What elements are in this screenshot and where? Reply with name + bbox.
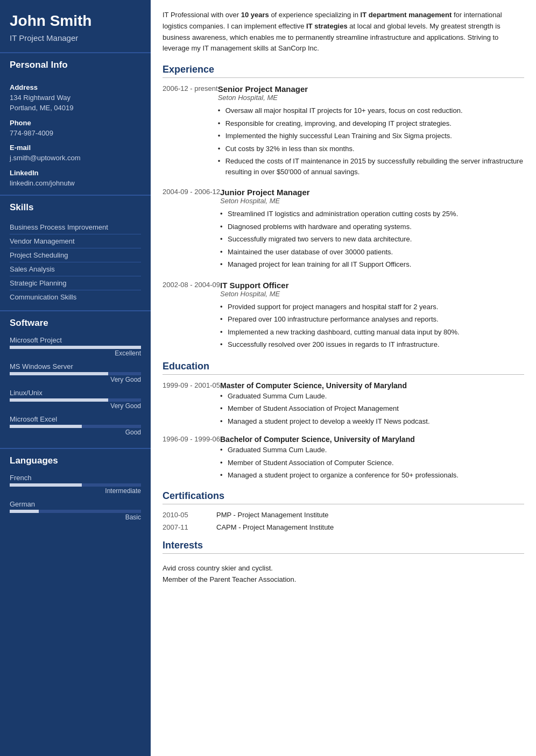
- language-item: French Intermediate: [10, 474, 141, 495]
- skill-item: Vendor Management: [10, 234, 141, 248]
- certifications-section: Certifications 2010-05 PMP - Project Man…: [163, 490, 524, 531]
- exp-bullet: Responsible for creating, improving, and…: [218, 117, 524, 130]
- edu-content: Bachelor of Computer Science, University…: [220, 435, 524, 482]
- interest-item: Avid cross country skier and cyclist.: [163, 562, 524, 574]
- edu-bullet: Managed a student project to organize a …: [220, 469, 524, 482]
- exp-company: Seton Hospital, ME: [220, 290, 524, 298]
- exp-role: Senior Project Manager: [218, 84, 524, 94]
- address-line2: Portland, ME, 04019: [10, 103, 141, 113]
- exp-bullets: Streamlined IT logistics and administrat…: [220, 208, 524, 271]
- language-level: Intermediate: [10, 487, 141, 495]
- interest-item: Member of the Parent Teacher Association…: [163, 574, 524, 585]
- exp-bullet: Successfully resolved over 200 issues in…: [220, 338, 524, 351]
- personal-info-content: Address 134 Rightward Way Portland, ME, …: [0, 75, 151, 195]
- exp-date: 2006-12 - present: [163, 84, 218, 178]
- software-heading: Software: [0, 311, 151, 333]
- education-item: 1996-09 - 1999-06 Bachelor of Computer S…: [163, 435, 524, 482]
- phone-label: Phone: [10, 119, 141, 127]
- skill-item: Sales Analysis: [10, 262, 141, 276]
- software-bar: [10, 425, 141, 428]
- skill-item: Communication Skills: [10, 290, 141, 304]
- edu-bullet: Managed a student project to develop a w…: [220, 415, 524, 428]
- software-bar: [10, 346, 141, 349]
- experience-item: 2006-12 - present Senior Project Manager…: [163, 84, 524, 178]
- software-bar: [10, 372, 141, 375]
- exp-content: Junior Project Manager Seton Hospital, M…: [220, 188, 524, 271]
- software-item: MS Windows Server Very Good: [10, 362, 141, 383]
- edu-date: 1999-09 - 2001-05: [163, 381, 220, 428]
- edu-degree: Master of Computer Science, University o…: [220, 381, 524, 390]
- cert-date: 2010-05: [163, 511, 216, 519]
- language-name: German: [10, 500, 141, 508]
- software-item: Microsoft Excel Good: [10, 415, 141, 436]
- exp-bullets: Oversaw all major hospital IT projects f…: [218, 104, 524, 178]
- language-bar: [10, 483, 141, 487]
- language-level: Basic: [10, 513, 141, 521]
- software-bar: [10, 398, 141, 402]
- language-item: German Basic: [10, 500, 141, 521]
- software-name: Linux/Unix: [10, 389, 141, 397]
- interests-list: Avid cross country skier and cyclist.Mem…: [163, 560, 524, 587]
- exp-bullet: Implemented a new tracking dashboard, cu…: [220, 326, 524, 339]
- exp-company: Seton Hospital, ME: [218, 94, 524, 102]
- languages-heading: Languages: [0, 449, 151, 470]
- education-item: 1999-09 - 2001-05 Master of Computer Sci…: [163, 381, 524, 428]
- certifications-heading: Certifications: [163, 490, 524, 504]
- languages-content: French Intermediate German Basic: [0, 470, 151, 533]
- edu-bullets: Graduated Summa Cum Laude.Member of Stud…: [220, 390, 524, 428]
- languages-section: Languages French Intermediate German Bas…: [0, 448, 151, 533]
- exp-bullets: Provided support for project managers an…: [220, 301, 524, 351]
- software-name: Microsoft Project: [10, 336, 141, 344]
- cert-name: CAPM - Project Management Institute: [216, 523, 334, 531]
- address-line1: 134 Rightward Way: [10, 92, 141, 103]
- sidebar-header: John Smith IT Project Manager: [0, 0, 151, 52]
- email-label: E-mail: [10, 144, 141, 152]
- exp-role: Junior Project Manager: [220, 188, 524, 197]
- email-value: j.smith@uptowork.com: [10, 153, 141, 163]
- software-content: Microsoft Project Excellent MS Windows S…: [0, 333, 151, 448]
- skill-item: Strategic Planning: [10, 276, 141, 290]
- sidebar: John Smith IT Project Manager Personal I…: [0, 0, 151, 756]
- exp-role: IT Support Officer: [220, 281, 524, 290]
- edu-bullet: Graduated Summa Cum Laude.: [220, 444, 524, 457]
- education-section: Education 1999-09 - 2001-05 Master of Co…: [163, 361, 524, 482]
- education-list: 1999-09 - 2001-05 Master of Computer Sci…: [163, 381, 524, 482]
- cert-item: 2010-05 PMP - Project Management Institu…: [163, 511, 524, 519]
- edu-degree: Bachelor of Computer Science, University…: [220, 435, 524, 444]
- cert-item: 2007-11 CAPM - Project Management Instit…: [163, 523, 524, 531]
- edu-date: 1996-09 - 1999-06: [163, 435, 220, 482]
- exp-bullet: Oversaw all major hospital IT projects f…: [218, 104, 524, 117]
- exp-bullet: Maintained the user database of over 300…: [220, 246, 524, 259]
- education-heading: Education: [163, 361, 524, 375]
- software-level: Very Good: [10, 376, 141, 383]
- main-content: IT Professional with over 10 years of ex…: [151, 0, 536, 756]
- software-name: Microsoft Excel: [10, 415, 141, 423]
- linkedin-value: linkedin.com/johnutw: [10, 178, 141, 189]
- skill-item: Project Scheduling: [10, 248, 141, 262]
- exp-bullet: Streamlined IT logistics and administrat…: [220, 208, 524, 220]
- skills-section: Skills Business Process ImprovementVendo…: [0, 195, 151, 310]
- experience-item: 2004-09 - 2006-12 Junior Project Manager…: [163, 188, 524, 271]
- skill-item: Business Process Improvement: [10, 220, 141, 234]
- edu-bullet: Member of Student Association of Compute…: [220, 457, 524, 469]
- exp-bullet: Reduced the costs of IT maintenance in 2…: [218, 155, 524, 178]
- software-item: Microsoft Project Excellent: [10, 336, 141, 357]
- edu-content: Master of Computer Science, University o…: [220, 381, 524, 428]
- experience-item: 2002-08 - 2004-09 IT Support Officer Set…: [163, 281, 524, 351]
- exp-bullet: Diagnosed problems with hardware and ope…: [220, 220, 524, 233]
- exp-bullet: Successfully migrated two servers to new…: [220, 233, 524, 246]
- personal-info-section: Personal Info Address 134 Rightward Way …: [0, 52, 151, 195]
- candidate-name: John Smith: [10, 12, 141, 30]
- personal-info-heading: Personal Info: [0, 53, 151, 75]
- exp-date: 2004-09 - 2006-12: [163, 188, 220, 271]
- exp-company: Seton Hospital, ME: [220, 197, 524, 205]
- summary: IT Professional with over 10 years of ex…: [163, 10, 524, 54]
- address-label: Address: [10, 83, 141, 91]
- exp-bullet: Prepared over 100 infrastructure perform…: [220, 313, 524, 326]
- cert-name: PMP - Project Management Institute: [216, 511, 329, 519]
- exp-bullet: Cut costs by 32% in less than six months…: [218, 142, 524, 155]
- experience-section: Experience 2006-12 - present Senior Proj…: [163, 64, 524, 351]
- software-level: Excellent: [10, 350, 141, 357]
- software-level: Good: [10, 429, 141, 436]
- linkedin-label: LinkedIn: [10, 169, 141, 177]
